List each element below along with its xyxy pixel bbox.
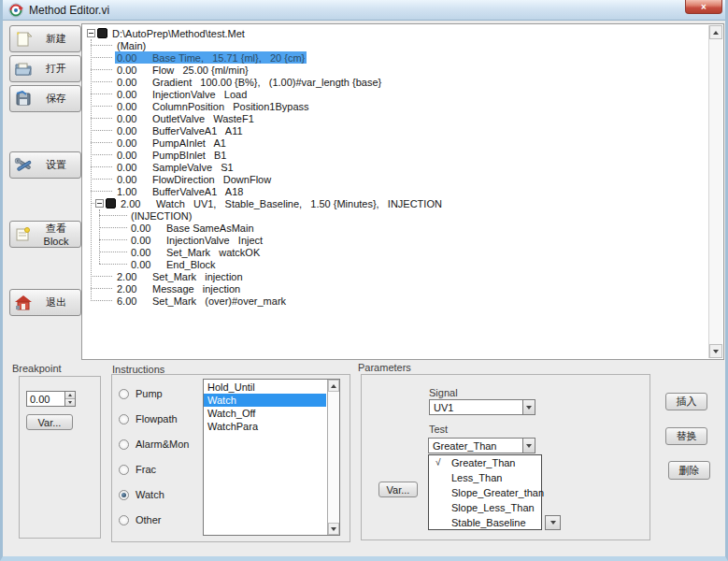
- tree-row-content: 0.00 InjectionValve Load: [115, 88, 249, 100]
- tree-row[interactable]: 1.00 BufferValveA1 A18: [84, 185, 707, 197]
- instruction-category-radio[interactable]: Pump: [119, 387, 189, 400]
- instruction-list-item[interactable]: Watch_Off: [204, 407, 326, 420]
- signal-combo[interactable]: UV1: [429, 399, 535, 415]
- view-block-button[interactable]: 查看Block: [9, 221, 81, 248]
- new-document-icon: [14, 31, 33, 47]
- test-menu-item-label: Stable_Baseline: [451, 517, 526, 528]
- parameters-var-button[interactable]: Var...: [378, 482, 418, 497]
- save-button[interactable]: 保存: [9, 85, 81, 112]
- breakpoint-spinner[interactable]: [64, 392, 75, 406]
- instruction-category-radio[interactable]: Flowpath: [119, 412, 189, 425]
- instruction-list-item[interactable]: Hold_Until: [204, 381, 326, 394]
- breakpoint-input[interactable]: 0.00: [26, 391, 76, 407]
- replace-button[interactable]: 替换: [665, 427, 707, 445]
- combo-arrow-icon[interactable]: [522, 400, 535, 414]
- breakpoint-var-button[interactable]: Var...: [26, 414, 73, 430]
- tree-row[interactable]: 2.00 Message injection: [84, 282, 707, 295]
- tree-collapse-icon[interactable]: [87, 29, 95, 37]
- tree-row[interactable]: 0.00 SampleValve S1: [84, 161, 707, 173]
- test-menu-item[interactable]: √ Greater_Than: [429, 455, 541, 470]
- tree-row[interactable]: D:\AutoPrep\Method\test.Met: [84, 27, 707, 39]
- test-combo[interactable]: Greater_Than: [428, 438, 535, 453]
- tree-row-text: (Main): [117, 40, 146, 51]
- tree-row[interactable]: 2.00 Set_Mark injection: [84, 270, 707, 282]
- tree-row-text: Set_Mark watckOK: [166, 247, 260, 258]
- tree-collapse-icon[interactable]: [95, 199, 104, 208]
- new-button[interactable]: 新建: [9, 25, 81, 52]
- tree-row-content: 0.00 Flow 25.00 {ml/min}: [115, 64, 250, 76]
- test-menu-item-label: Less_Than: [451, 472, 502, 483]
- parameters-label: Parameters: [358, 362, 411, 373]
- tree-row-content: 0.00 Base Time, 15.71 {ml}, 20 {cm}: [115, 51, 307, 64]
- close-button[interactable]: ×: [685, 0, 722, 14]
- exit-button-label: 退出: [36, 295, 77, 309]
- instruction-list-item[interactable]: Watch: [204, 394, 326, 407]
- tree-row[interactable]: 0.00 ColumnPosition Position1Bypass: [84, 100, 707, 112]
- radio-label: Other: [136, 514, 162, 525]
- signal-combo-value: UV1: [430, 400, 522, 414]
- value-combo-arrow[interactable]: [545, 515, 561, 530]
- tree-row[interactable]: 0.00 Set_Mark watckOK: [84, 246, 707, 258]
- checkmark-icon: √: [435, 457, 441, 468]
- tree-row[interactable]: 0.00 BufferValveA1 A11: [84, 124, 707, 137]
- instruction-list-item-label: Watch: [207, 395, 236, 406]
- tree-row[interactable]: 0.00 InjectionValve Inject: [84, 234, 707, 246]
- instruction-list-items: Hold_Until Watch Watch_Off WatchPara: [204, 381, 326, 433]
- tree-scrollbar[interactable]: [708, 25, 722, 358]
- scroll-down-icon[interactable]: [709, 344, 722, 358]
- instruction-list-item[interactable]: WatchPara: [204, 420, 326, 433]
- tree-row[interactable]: 0.00 OutletValve WasteF1: [84, 112, 707, 124]
- insert-button[interactable]: 插入: [665, 393, 707, 410]
- instruction-category-radio[interactable]: Other: [119, 513, 189, 526]
- test-menu-item[interactable]: √ Less_Than: [429, 470, 541, 485]
- test-menu-item[interactable]: √ Stable_Baseline: [429, 515, 541, 530]
- tree-row[interactable]: 2.00 Watch UV1, Stable_Baseline, 1.50 {M…: [84, 197, 707, 209]
- tree-row[interactable]: 0.00 Base SameAsMain: [84, 222, 707, 234]
- tree-row[interactable]: 0.00 Flow 25.00 {ml/min}: [84, 64, 707, 76]
- spin-up-icon[interactable]: [65, 392, 75, 399]
- test-menu-item[interactable]: √ Slope_Greater_than: [429, 485, 541, 500]
- tree-row[interactable]: (INJECTION): [84, 209, 707, 222]
- tree-row[interactable]: 0.00 Gradient 100.00 {B%}, (1.00)#var_le…: [84, 76, 707, 88]
- exit-button[interactable]: 退出: [9, 289, 81, 316]
- tree-row[interactable]: 0.00 Base Time, 15.71 {ml}, 20 {cm}: [84, 51, 707, 64]
- test-menu-item-label: Slope_Less_Than: [451, 502, 535, 513]
- scroll-up-icon[interactable]: [328, 380, 339, 392]
- scroll-up-icon[interactable]: [709, 25, 722, 39]
- view-block-button-label: 查看Block: [36, 222, 77, 247]
- open-button[interactable]: 打开: [9, 55, 81, 82]
- spin-down-icon[interactable]: [65, 399, 75, 406]
- tree-row[interactable]: 0.00 PumpBInlet B1: [84, 149, 707, 161]
- tree-row[interactable]: 0.00 End_Block: [84, 258, 707, 270]
- test-combo-value: Greater_Than: [429, 439, 522, 453]
- tree-row-time: 0.00: [117, 101, 152, 112]
- scroll-down-icon[interactable]: [328, 523, 339, 535]
- tree-row-text: Flow 25.00 {ml/min}: [152, 65, 249, 76]
- combo-arrow-icon[interactable]: [546, 516, 560, 529]
- tree-row[interactable]: 0.00 FlowDirection DownFlow: [84, 173, 707, 185]
- tree-row-time: 0.00: [117, 65, 152, 76]
- tree-row-time: 0.00: [131, 259, 166, 270]
- radio-label: Flowpath: [136, 413, 178, 424]
- instruction-category-radio[interactable]: Watch: [119, 488, 189, 501]
- test-menu-item[interactable]: √ Slope_Less_Than: [429, 500, 541, 515]
- tree-row-time: 0.00: [131, 223, 166, 234]
- radio-icon: [119, 414, 129, 424]
- delete-button[interactable]: 删除: [668, 461, 710, 480]
- combo-arrow-icon[interactable]: [522, 439, 535, 453]
- tree-row-content: (Main): [115, 39, 148, 51]
- tree-row[interactable]: 0.00 InjectionValve Load: [84, 88, 707, 100]
- tree-row[interactable]: (Main): [84, 39, 707, 51]
- tree-row[interactable]: 0.00 PumpAInlet A1: [84, 137, 707, 149]
- settings-button[interactable]: 设置: [9, 151, 81, 179]
- tree-row-text: Gradient 100.00 {B%}, (1.00)#var_length …: [152, 77, 381, 88]
- tree-row-content: 0.00 Set_Mark watckOK: [129, 246, 262, 258]
- instruction-category-radio[interactable]: Alarm&Mon: [119, 438, 189, 451]
- instruction-list-scrollbar[interactable]: [327, 380, 339, 535]
- tree-row-time: 0.00: [117, 150, 152, 161]
- tree-row-content: 0.00 ColumnPosition Position1Bypass: [115, 100, 311, 112]
- instruction-category-radio[interactable]: Frac: [119, 463, 189, 476]
- tree-row-content: 0.00 Base SameAsMain: [129, 222, 256, 234]
- test-menu-item-label: Greater_Than: [451, 457, 515, 468]
- tree-row[interactable]: 6.00 Set_Mark (over)#over_mark: [84, 295, 707, 307]
